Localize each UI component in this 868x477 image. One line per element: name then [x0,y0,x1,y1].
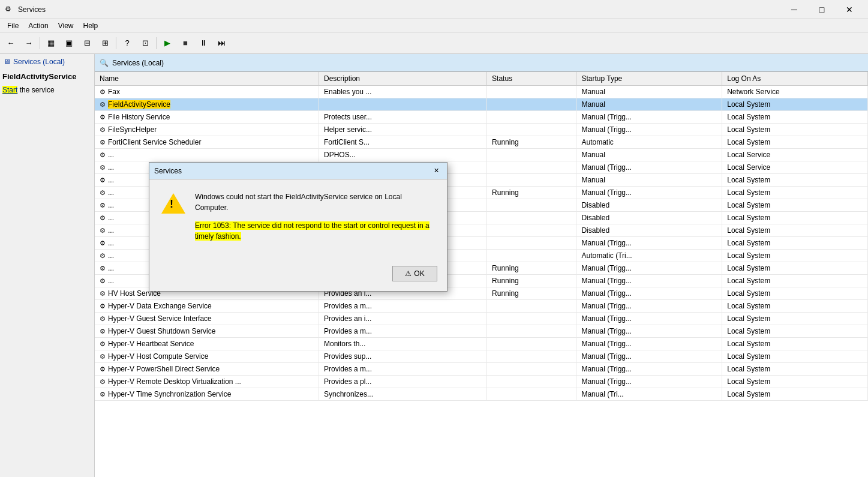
cell-startup-type: Manual (Trigg... [576,300,722,313]
menu-help[interactable]: Help [79,20,103,31]
cell-startup-type: Manual (Trigg... [576,376,722,388]
start-button[interactable]: ▶ [159,35,176,52]
cell-log-on-as: Local System [722,275,868,287]
hide-button[interactable]: ▣ [61,35,77,52]
cell-startup-type: Disabled [576,212,722,224]
cell-startup-type: Manual (Trigg... [576,350,722,363]
cell-status: Running [487,136,576,149]
table-row[interactable]: ⚙FieldActivityServiceManualLocal System [95,98,868,111]
forward-button[interactable]: → [20,35,37,52]
cell-status [487,363,576,376]
toolbar-sep-1 [40,37,40,49]
pause-button[interactable]: ⏸ [195,35,212,52]
cell-log-on-as: Local System [722,237,868,250]
cell-name: ⚙Hyper-V Time Synchronization Service [95,388,319,401]
cell-log-on-as: Local System [722,300,868,313]
close-button[interactable]: ✕ [836,0,863,19]
table-row[interactable]: ⚙File History ServiceProtects user...Man… [95,111,868,124]
action-suffix: the service [17,86,54,94]
cell-description: Provides a m... [319,300,486,313]
menu-file[interactable]: File [2,20,23,31]
cell-startup-type: Manual [576,149,722,161]
import-button[interactable]: ⊞ [97,35,113,52]
table-row[interactable]: ⚙Hyper-V Heartbeat ServiceMonitors th...… [95,338,868,350]
modal-title: Services [154,167,430,175]
table-row[interactable]: ⚙FaxEnables you ...ManualNetwork Service [95,86,868,98]
cell-status [487,174,576,187]
help-button[interactable]: ? [119,35,136,52]
cell-status [487,300,576,313]
left-panel-nav[interactable]: 🖥 Services (Local) [2,56,92,67]
menu-view[interactable]: View [53,20,79,31]
cell-log-on-as: Local System [722,338,868,350]
cell-startup-type: Manual (Trigg... [576,325,722,338]
table-row[interactable]: ⚙Hyper-V Data Exchange ServiceProvides a… [95,300,868,313]
view-button[interactable]: ▦ [43,35,59,52]
cell-status [487,338,576,350]
cell-status: Running [487,187,576,199]
table-row[interactable]: ⚙Hyper-V Guest Shutdown ServiceProvides … [95,325,868,338]
start-service-link[interactable]: Start [2,86,17,94]
cell-description: Protects user... [319,111,486,124]
cell-status [487,325,576,338]
cell-log-on-as: Local System [722,313,868,325]
cell-startup-type: Manual (Trigg... [576,313,722,325]
cell-description: Enables you ... [319,86,486,98]
cell-startup-type: Manual [576,98,722,111]
modal-close-button[interactable]: ✕ [430,165,442,177]
cell-name: ⚙FieldActivityService [95,98,319,111]
cell-description: FortiClient S... [319,136,486,149]
table-row[interactable]: ⚙Hyper-V Host Compute ServiceProvides su… [95,350,868,363]
cell-startup-type: Manual [576,86,722,98]
cell-log-on-as: Local System [722,363,868,376]
cell-description [319,98,486,111]
col-header-description[interactable]: Description [319,72,486,86]
menu-action[interactable]: Action [23,20,53,31]
col-header-name[interactable]: Name [95,72,319,86]
stop-button[interactable]: ■ [177,35,194,52]
modal-titlebar: Services ✕ [149,163,447,179]
col-header-logon[interactable]: Log On As [722,72,868,86]
cell-description: Provides an i... [319,313,486,325]
export-button[interactable]: ⊟ [79,35,95,52]
back-button[interactable]: ← [2,35,19,52]
cell-startup-type: Automatic [576,136,722,149]
col-header-startup[interactable]: Startup Type [576,72,722,86]
table-row[interactable]: ⚙Hyper-V Remote Desktop Virtualization .… [95,376,868,388]
cell-status [487,350,576,363]
cell-startup-type: Manual (Trigg... [576,287,722,300]
cell-status [487,250,576,262]
col-header-status[interactable]: Status [487,72,576,86]
cell-name: ⚙FortiClient Service Scheduler [95,136,319,149]
cell-startup-type: Manual (Trigg... [576,124,722,136]
cell-log-on-as: Local System [722,136,868,149]
table-row[interactable]: ⚙...DPHOS...ManualLocal Service [95,149,868,161]
cell-name: ⚙File History Service [95,111,319,124]
ok-label: OK [414,269,424,278]
cell-name: ⚙Hyper-V Guest Service Interface [95,313,319,325]
table-row[interactable]: ⚙Hyper-V Guest Service InterfaceProvides… [95,313,868,325]
modal-message-2: Error 1053: The service did not respond … [195,220,435,242]
table-row[interactable]: ⚙FortiClient Service SchedulerFortiClien… [95,136,868,149]
cell-description: Monitors th... [319,338,486,350]
ok-button[interactable]: ⚠ OK [392,266,437,281]
properties-button[interactable]: ⊡ [137,35,154,52]
cell-log-on-as: Local System [722,212,868,224]
cell-log-on-as: Local System [722,199,868,212]
cell-log-on-as: Local System [722,325,868,338]
cell-name: ⚙Hyper-V Guest Shutdown Service [95,325,319,338]
minimize-button[interactable]: ─ [780,0,808,19]
cell-startup-type: Manual (Trigg... [576,237,722,250]
table-row[interactable]: ⚙Hyper-V Time Synchronization ServiceSyn… [95,388,868,401]
table-row[interactable]: ⚙FileSyncHelperHelper servic...Manual (T… [95,124,868,136]
restore-button[interactable]: □ [808,0,836,19]
cell-name: ⚙Hyper-V Data Exchange Service [95,300,319,313]
cell-log-on-as: Local System [722,98,868,111]
cell-log-on-as: Local System [722,124,868,136]
cell-description: Synchronizes... [319,388,486,401]
cell-status [487,199,576,212]
cell-log-on-as: Local System [722,350,868,363]
resume-button[interactable]: ⏭ [213,35,230,52]
cell-startup-type: Disabled [576,224,722,237]
table-row[interactable]: ⚙Hyper-V PowerShell Direct ServiceProvid… [95,363,868,376]
